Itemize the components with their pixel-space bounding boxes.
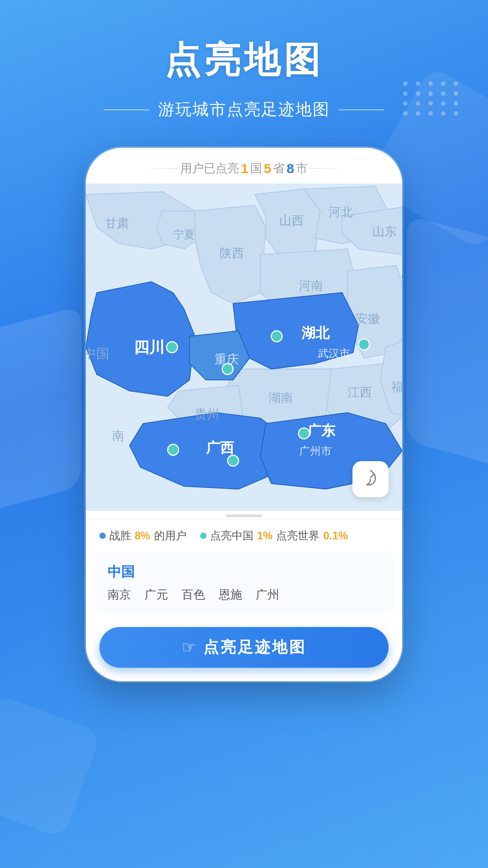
beat-dot bbox=[99, 533, 106, 539]
svg-text:山西: 山西 bbox=[279, 214, 304, 227]
phone-wrapper: 用户已点亮 1 国 5 省 8 市 bbox=[0, 148, 488, 681]
stats-prefix: 用户已点亮 bbox=[180, 160, 239, 176]
deco-line-left bbox=[142, 168, 178, 169]
city-3: 百色 bbox=[182, 587, 205, 603]
svg-text:广州市: 广州市 bbox=[299, 445, 332, 457]
svg-text:南: 南 bbox=[112, 429, 124, 443]
svg-point-28 bbox=[228, 455, 239, 466]
svg-text:宁夏: 宁夏 bbox=[173, 228, 195, 241]
svg-text:贵州: 贵州 bbox=[195, 407, 219, 421]
beat-value: 8% bbox=[135, 529, 150, 542]
china-stat: 点亮中国 1% 点亮世界 0.1% bbox=[200, 528, 348, 543]
city-1: 南京 bbox=[108, 587, 131, 603]
world-label: 点亮世界 bbox=[276, 528, 319, 543]
stats-cities: 8 bbox=[286, 161, 294, 176]
bottom-stats: 战胜 8% 的用户 点亮中国 1% 点亮世界 0.1% bbox=[86, 519, 402, 547]
svg-text:湖南: 湖南 bbox=[268, 391, 293, 405]
header: 点亮地图 游玩城市点亮足迹地图 bbox=[0, 0, 488, 121]
share-button[interactable] bbox=[352, 461, 389, 497]
svg-text:安徽: 安徽 bbox=[356, 312, 380, 326]
city-4: 恩施 bbox=[219, 587, 242, 603]
stats-provinces: 5 bbox=[264, 161, 272, 176]
cta-label: 点亮足迹地图 bbox=[203, 637, 306, 658]
svg-text:中国: 中国 bbox=[86, 346, 109, 361]
city-2: 广元 bbox=[145, 587, 168, 603]
world-value: 0.1% bbox=[323, 529, 348, 542]
scroll-handle bbox=[226, 514, 262, 517]
location-title: 中国 bbox=[108, 563, 380, 581]
svg-point-25 bbox=[358, 339, 369, 350]
deco-line-right bbox=[310, 168, 346, 169]
beat-stat: 战胜 8% 的用户 bbox=[99, 528, 187, 543]
cta-icon: ☞ bbox=[182, 638, 196, 657]
svg-text:湖北: 湖北 bbox=[301, 325, 330, 341]
cta-area: ☞ 点亮足迹地图 bbox=[86, 618, 402, 681]
svg-text:广东: 广东 bbox=[307, 423, 336, 439]
svg-text:陕西: 陕西 bbox=[220, 246, 244, 260]
subtitle-line-left bbox=[104, 109, 149, 110]
svg-text:武汉市: 武汉市 bbox=[318, 347, 350, 359]
svg-point-27 bbox=[168, 444, 178, 455]
beat-label: 战胜 bbox=[109, 528, 131, 543]
subtitle-row: 游玩城市点亮足迹地图 bbox=[0, 99, 488, 121]
subtitle-line-right bbox=[339, 109, 384, 110]
china-dot bbox=[200, 533, 206, 539]
svg-point-24 bbox=[271, 331, 282, 342]
svg-point-29 bbox=[299, 428, 310, 439]
svg-text:河南: 河南 bbox=[299, 279, 323, 292]
stats-city-label: 市 bbox=[296, 160, 308, 176]
location-cities: 南京 广元 百色 恩施 广州 bbox=[108, 587, 380, 603]
svg-text:江西: 江西 bbox=[347, 386, 372, 399]
svg-point-26 bbox=[222, 363, 233, 374]
location-card: 中国 南京 广元 百色 恩施 广州 bbox=[95, 552, 393, 613]
china-value: 1% bbox=[257, 529, 273, 542]
main-title: 点亮地图 bbox=[0, 36, 488, 85]
stats-bar: 用户已点亮 1 国 5 省 8 市 bbox=[86, 148, 402, 184]
subtitle-text: 游玩城市点亮足迹地图 bbox=[158, 99, 330, 121]
svg-text:四川: 四川 bbox=[134, 339, 164, 356]
svg-text:福建: 福建 bbox=[391, 380, 402, 394]
stats-province-label: 省 bbox=[273, 160, 285, 176]
svg-text:河北: 河北 bbox=[328, 205, 353, 219]
beat-suffix: 的用户 bbox=[154, 528, 187, 543]
svg-text:甘肃: 甘肃 bbox=[105, 217, 129, 230]
phone-frame: 用户已点亮 1 国 5 省 8 市 bbox=[86, 148, 402, 681]
china-label: 点亮中国 bbox=[210, 528, 253, 543]
city-5: 广州 bbox=[256, 587, 279, 603]
svg-point-23 bbox=[167, 342, 178, 353]
svg-text:山东: 山东 bbox=[372, 225, 397, 238]
cta-button[interactable]: ☞ 点亮足迹地图 bbox=[99, 627, 389, 668]
stats-countries: 1 bbox=[241, 161, 249, 176]
map-area[interactable]: 甘肃 宁夏 陕西 山西 河北 山东 河南 安徽 江西 湖南 贵州 福建 四川 湖… bbox=[86, 184, 402, 511]
stats-country-label: 国 bbox=[250, 160, 262, 176]
map-svg: 甘肃 宁夏 陕西 山西 河北 山东 河南 安徽 江西 湖南 贵州 福建 四川 湖… bbox=[86, 184, 402, 511]
svg-text:广西: 广西 bbox=[206, 440, 235, 456]
